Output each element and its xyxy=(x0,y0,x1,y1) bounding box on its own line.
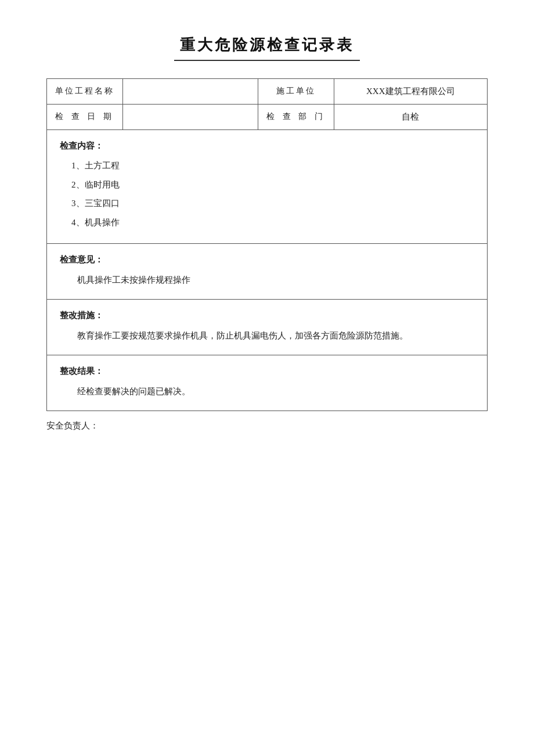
page-title: 重大危险源检查记录表 xyxy=(46,35,488,55)
unit-project-label: 单位工程名称 xyxy=(47,79,123,105)
rectification-result-content: 经检查要解决的问题已解决。 xyxy=(60,383,474,400)
inspection-dept-label: 检 查 部 门 xyxy=(258,105,334,130)
rectification-measures-content: 教育操作工要按规范要求操作机具，防止机具漏电伤人，加强各方面危险源防范措施。 xyxy=(60,327,474,344)
inspection-item-3: 3、三宝四口 xyxy=(71,195,474,212)
rectification-measures-title: 整改措施： xyxy=(60,310,474,321)
inspection-item-2: 2、临时用电 xyxy=(71,177,474,193)
inspection-date-value xyxy=(123,105,258,130)
title-underline xyxy=(174,60,360,61)
inspection-content-items: 1、土方工程 2、临时用电 3、三宝四口 4、机具操作 xyxy=(71,157,474,231)
construction-unit-label: 施工单位 xyxy=(258,79,334,105)
inspection-item-1: 1、土方工程 xyxy=(71,157,474,174)
inspection-date-label: 检 查 日 期 xyxy=(47,105,123,130)
main-table: 单位工程名称 施工单位 XXX建筑工程有限公司 检 查 日 期 检 查 部 门 … xyxy=(46,78,488,411)
header-row-1: 单位工程名称 施工单位 XXX建筑工程有限公司 xyxy=(47,79,488,105)
inspection-dept-value: 自检 xyxy=(334,105,487,130)
inspection-opinion-content: 机具操作工未按操作规程操作 xyxy=(60,271,474,289)
inspection-content-row: 检查内容： 1、土方工程 2、临时用电 3、三宝四口 4、机具操作 xyxy=(47,130,488,244)
footer-safety-officer: 安全负责人： xyxy=(46,420,488,431)
construction-unit-value: XXX建筑工程有限公司 xyxy=(334,79,487,105)
inspection-opinion-row: 检查意见： 机具操作工未按操作规程操作 xyxy=(47,244,488,300)
rectification-measures-row: 整改措施： 教育操作工要按规范要求操作机具，防止机具漏电伤人，加强各方面危险源防… xyxy=(47,300,488,355)
inspection-opinion-title: 检查意见： xyxy=(60,254,474,265)
unit-project-value xyxy=(123,79,258,105)
rectification-result-title: 整改结果： xyxy=(60,366,474,377)
rectification-result-row: 整改结果： 经检查要解决的问题已解决。 xyxy=(47,355,488,411)
inspection-content-title: 检查内容： xyxy=(60,141,474,152)
inspection-item-4: 4、机具操作 xyxy=(71,214,474,231)
header-row-2: 检 查 日 期 检 查 部 门 自检 xyxy=(47,105,488,130)
